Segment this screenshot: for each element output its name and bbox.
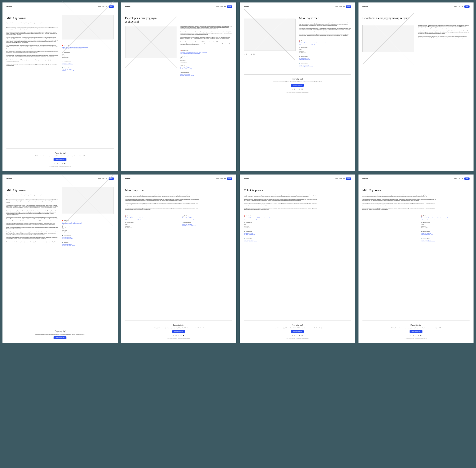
facebook-icon[interactable]: ⊕ <box>299 334 300 336</box>
facebook-icon[interactable]: ⊕ <box>62 162 63 164</box>
sidebar-link[interactable]: Final Fantasy VII Remake (PS4) <box>244 234 319 235</box>
nav-blog[interactable]: Blog <box>462 6 463 7</box>
nav-portfolio[interactable]: Portfolio <box>335 6 338 7</box>
sidebar-link[interactable]: Godbit <box>62 54 114 55</box>
nav-contact-button[interactable]: Kontakt <box>109 5 114 8</box>
brand[interactable]: SocialGeek <box>6 6 12 7</box>
sidebar-link[interactable]: Naturally Spooking <box>180 62 232 63</box>
linkedin-icon[interactable]: ▣ <box>253 53 255 55</box>
sidebar-link[interactable]: Język architektury. Słodonica i dialogi … <box>421 219 470 220</box>
instagram-icon[interactable]: ◎ <box>294 88 295 90</box>
linkedin-icon[interactable]: ▣ <box>301 334 303 336</box>
brand[interactable]: SocialGeek <box>125 6 131 7</box>
nav-contact-button[interactable]: Kontakt <box>464 177 470 180</box>
sidebar-link[interactable]: Making Sense <box>62 230 114 231</box>
linkedin-icon[interactable]: ▣ <box>64 162 65 164</box>
instagram-icon[interactable]: ◎ <box>294 334 295 336</box>
github-icon[interactable]: ⎋ <box>292 334 293 336</box>
twitter-icon[interactable]: ✦ <box>297 88 298 90</box>
github-icon[interactable]: ⎋ <box>411 334 411 336</box>
cta-button[interactable]: Naciśnij przywitania mnie <box>291 84 304 87</box>
brand[interactable]: SocialGeek <box>244 178 249 179</box>
sidebar-link[interactable]: Making Sense <box>299 51 351 52</box>
sidebar-link[interactable]: Język architektury. Słodonica i dialogi … <box>244 219 319 220</box>
cta-button[interactable]: Naciśnij przywitania mnie <box>291 330 304 333</box>
nav-about[interactable]: O mnie <box>221 6 223 7</box>
nav-blog[interactable]: Blog <box>106 6 107 7</box>
twitter-icon[interactable]: ✦ <box>297 334 298 336</box>
sidebar-link[interactable]: Naturally Spooking <box>244 227 319 229</box>
nav-portfolio[interactable]: Portfolio <box>98 6 101 7</box>
linkedin-icon[interactable]: ▣ <box>301 88 303 90</box>
brand[interactable]: SocialGeek <box>362 178 368 179</box>
nav-portfolio[interactable]: Portfolio <box>454 6 457 7</box>
facebook-icon[interactable]: ⊕ <box>180 334 181 336</box>
sidebar-link[interactable]: Język architektury. Słodonica i dialogi … <box>125 219 175 220</box>
linkedin-icon[interactable]: ▣ <box>183 334 184 336</box>
twitter-icon[interactable]: ✦ <box>178 334 179 336</box>
nav-about[interactable]: O mnie <box>458 178 460 179</box>
github-icon[interactable]: ⎋ <box>55 162 55 164</box>
sidebar-link[interactable]: Naturally Spooking <box>62 57 114 58</box>
nav-blog[interactable]: Blog <box>343 6 344 7</box>
instagram-icon[interactable]: ◎ <box>246 53 247 55</box>
sidebar-link[interactable]: Naturally Spooking <box>421 227 470 229</box>
sidebar-link[interactable]: Naturally Spooking <box>299 52 351 54</box>
sidebar-link[interactable]: Godbit <box>299 49 351 50</box>
linkedin-icon[interactable]: ▣ <box>420 334 421 336</box>
sidebar-link[interactable]: Naturally Spooking <box>62 232 114 233</box>
nav-contact-button[interactable]: Kontakt <box>346 5 351 8</box>
sidebar-link[interactable]: Godbit <box>180 58 232 60</box>
nav-contact-button[interactable]: Kontakt <box>227 177 232 180</box>
nav-blog[interactable]: Blog <box>224 6 226 7</box>
sidebar-link[interactable]: KEY'S DFK – eyes aerobile (YouTube) <box>421 241 470 242</box>
brand[interactable]: SocialGeek <box>125 178 131 179</box>
sidebar-link[interactable]: Making Sense <box>125 226 175 227</box>
cta-button[interactable]: Naciśnij przywitania mnie <box>54 336 66 339</box>
sidebar-link[interactable]: Making Sense <box>62 56 114 57</box>
nav-contact-button[interactable]: Kontakt <box>227 5 232 8</box>
sidebar-link[interactable]: Godbit <box>421 224 470 225</box>
sidebar-link[interactable]: Język architektury. Słodonica i dialogi … <box>180 53 232 54</box>
cta-button[interactable]: Naciśnij przywitania mnie <box>54 158 66 161</box>
sidebar-link[interactable]: Final Fantasy VII Remake (PS4) <box>180 68 232 70</box>
cta-button[interactable]: Naciśnij przywitania mnie <box>410 330 422 333</box>
nav-portfolio[interactable]: Portfolio <box>98 178 101 179</box>
nav-about[interactable]: O mnie <box>102 178 104 179</box>
facebook-icon[interactable]: ⊕ <box>418 334 419 336</box>
sidebar-link[interactable]: Final Fantasy VII Remake (PS4) <box>299 59 351 60</box>
twitter-icon[interactable]: ✦ <box>415 334 416 336</box>
nav-contact-button[interactable]: Kontakt <box>464 5 470 8</box>
nav-portfolio[interactable]: Portfolio <box>335 178 338 179</box>
instagram-icon[interactable]: ◎ <box>413 334 414 336</box>
nav-portfolio[interactable]: Portfolio <box>216 178 219 179</box>
github-icon[interactable]: ⎋ <box>244 53 244 55</box>
instagram-icon[interactable]: ◎ <box>176 334 177 336</box>
sidebar-link[interactable]: KEY'S DFK – eyes aerobile (YouTube) <box>180 75 232 76</box>
sidebar-link[interactable]: Final Fantasy VII Remake (PS4) <box>182 219 232 220</box>
twitter-icon[interactable]: ✦ <box>59 162 60 164</box>
sidebar-link[interactable]: KEY'S DFK – eyes aerobile (YouTube) <box>62 245 114 246</box>
sidebar-link[interactable]: Godbit <box>62 228 114 230</box>
brand[interactable]: SocialGeek <box>362 6 368 7</box>
sidebar-link[interactable]: Final Fantasy VII Remake (PS4) <box>421 234 470 235</box>
sidebar-link[interactable]: KEY'S DFK – eyes aerobile (YouTube) <box>299 66 351 67</box>
cta-button[interactable]: Naciśnij przywitania mnie <box>172 330 185 333</box>
sidebar-link[interactable]: Final Fantasy VII Remake (PS4) <box>62 64 114 65</box>
sidebar-link[interactable]: Making Sense <box>180 60 232 61</box>
sidebar-link[interactable]: Język architektury. Słodonica i dialogi … <box>299 44 351 45</box>
github-icon[interactable]: ⎋ <box>173 334 174 336</box>
nav-about[interactable]: O mnie <box>221 178 223 179</box>
sidebar-link[interactable]: Język architektury. Słodonica i dialogi … <box>62 48 114 50</box>
nav-about[interactable]: O mnie <box>458 6 460 7</box>
sidebar-link[interactable]: Godbit <box>125 224 175 225</box>
sidebar-link[interactable]: KEY'S DFK – eyes aerobile (YouTube) <box>62 70 114 72</box>
nav-contact-button[interactable]: Kontakt <box>346 177 351 180</box>
facebook-icon[interactable]: ⊕ <box>299 88 300 90</box>
brand[interactable]: SocialGeek <box>6 178 12 179</box>
sidebar-link[interactable]: KEY'S DFK – eyes aerobile (YouTube) <box>182 225 232 227</box>
nav-portfolio[interactable]: Portfolio <box>454 178 457 179</box>
nav-about[interactable]: O mnie <box>102 6 104 7</box>
sidebar-link[interactable]: Język architektury. Słodonica i dialogi … <box>62 223 114 224</box>
github-icon[interactable]: ⎋ <box>292 88 293 90</box>
